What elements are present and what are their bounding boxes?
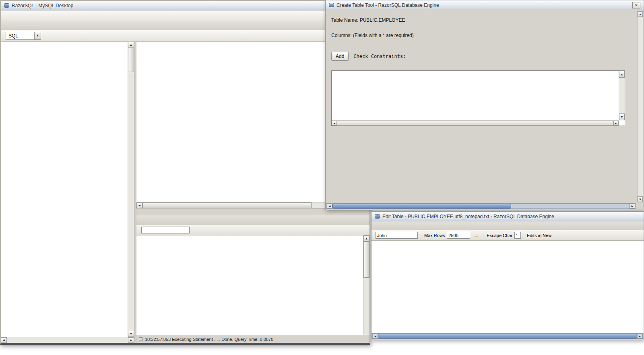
escape-char-label: Escape Char <box>487 233 512 238</box>
scroll-left-icon[interactable]: ◄ <box>332 121 337 126</box>
tree-horizontal-scrollbar[interactable]: ◄ ► <box>1 337 134 343</box>
edit-table-window: Edit Table - PUBLIC.EMPLOYEE utf8_notepa… <box>371 211 644 340</box>
query-status-bar: 10:32:57:853 Executing Statement . . . D… <box>136 335 369 343</box>
sql-type-value: SQL <box>6 33 34 39</box>
create-table-window: Create Table Tool - RazorSQL Database En… <box>325 0 644 210</box>
edit-horizontal-scrollbar[interactable]: ◄ ► <box>372 333 643 339</box>
scroll-up-icon[interactable]: ▲ <box>128 42 134 48</box>
sql-vertical-scrollbar[interactable]: ▲ ▼ <box>619 71 625 120</box>
scroll-left-icon[interactable]: ◄ <box>1 337 7 343</box>
scroll-up-icon[interactable]: ▲ <box>619 71 625 78</box>
max-rows-input[interactable] <box>447 232 470 239</box>
scroll-down-icon[interactable]: ▼ <box>619 114 625 120</box>
scroll-right-icon[interactable]: ► <box>613 121 619 126</box>
table-name-label: Table Name: PUBLIC.EMPLOYEE <box>331 17 632 23</box>
sql-type-selector[interactable]: SQL ▼ <box>6 32 41 40</box>
query-status-message: 10:32:57:853 Executing Statement . . . D… <box>145 337 273 342</box>
scroll-right-icon[interactable]: ► <box>128 337 134 343</box>
results-vertical-scrollbar[interactable]: ▲ <box>363 235 369 335</box>
create-window-title: Create Table Tool - RazorSQL Database En… <box>336 2 439 8</box>
results-tabs <box>136 215 369 225</box>
main-window-title: RazorSQL - MySQL Desktop <box>12 3 73 8</box>
scroll-up-icon[interactable]: ▲ <box>638 11 643 17</box>
scroll-left-icon[interactable]: ◄ <box>373 334 378 338</box>
connection-tabs <box>1 20 369 30</box>
scroll-left-icon[interactable]: ◄ <box>136 202 142 208</box>
sql-horizontal-scrollbar[interactable]: ◄ ► <box>332 120 619 126</box>
database-tree[interactable] <box>1 42 128 337</box>
edit-title-bar[interactable]: Edit Table - PUBLIC.EMPLOYEE utf8_notepa… <box>372 212 644 221</box>
scrollbar-thumb[interactable] <box>128 48 134 72</box>
window-vertical-scrollbar[interactable]: ▲ ▼ <box>637 11 643 202</box>
scroll-right-icon[interactable]: ► <box>637 334 642 338</box>
search-input[interactable] <box>376 232 418 239</box>
menu-bar <box>1 10 369 20</box>
edit-tabs <box>372 221 644 230</box>
generated-sql-box[interactable]: ▲ ▼ ◄ ► <box>331 70 625 126</box>
edits-in-new-label: Edits in New <box>527 233 551 238</box>
scroll-left-icon[interactable]: ◄ <box>327 204 332 208</box>
app-icon <box>4 3 9 8</box>
results-search-input[interactable] <box>141 227 190 233</box>
main-window: RazorSQL - MySQL Desktop SQL ▼ ▲ ▼ ◄ <box>0 0 370 345</box>
results-toolbar <box>136 225 369 235</box>
edit-toolbar: Max Rows → Escape Char Edits in New <box>372 230 644 241</box>
columns-required-label: Columns: (Fields with a * are required) <box>331 33 632 38</box>
scroll-down-icon[interactable]: ▼ <box>638 196 643 202</box>
scrollbar-thumb[interactable] <box>332 204 511 208</box>
edit-window-title: Edit Table - PUBLIC.EMPLOYEE utf8_notepa… <box>382 214 554 219</box>
scroll-right-icon[interactable]: ► <box>630 204 635 208</box>
database-tree-panel: ▲ ▼ ◄ ► <box>1 42 134 343</box>
main-title-bar[interactable]: RazorSQL - MySQL Desktop <box>1 1 369 10</box>
go-icon[interactable]: → <box>472 231 480 239</box>
max-rows-label: Max Rows <box>424 233 445 238</box>
check-constraints-label: Check Constraints: <box>353 54 406 59</box>
app-icon <box>329 3 334 7</box>
scroll-down-icon[interactable]: ▼ <box>128 331 134 337</box>
scroll-up-icon[interactable]: ▲ <box>363 235 369 241</box>
scrollbar-thumb[interactable] <box>378 334 637 338</box>
edit-data-grid[interactable] <box>372 241 644 333</box>
status-icon <box>139 337 142 341</box>
escape-char-input[interactable] <box>514 232 521 239</box>
create-title-bar[interactable]: Create Table Tool - RazorSQL Database En… <box>326 0 644 10</box>
app-icon <box>375 214 380 219</box>
results-table[interactable] <box>136 235 363 335</box>
tree-vertical-scrollbar[interactable]: ▲ ▼ <box>128 42 134 337</box>
scrollbar-thumb[interactable] <box>142 202 312 208</box>
window-horizontal-scrollbar[interactable]: ◄ ► <box>326 203 636 209</box>
chevron-down-icon[interactable]: ▼ <box>34 32 41 39</box>
main-toolbar: SQL ▼ <box>1 30 369 42</box>
add-column-button[interactable]: Add <box>331 52 349 61</box>
scrollbar-thumb[interactable] <box>363 241 369 278</box>
close-icon[interactable]: ✕ <box>632 2 640 8</box>
